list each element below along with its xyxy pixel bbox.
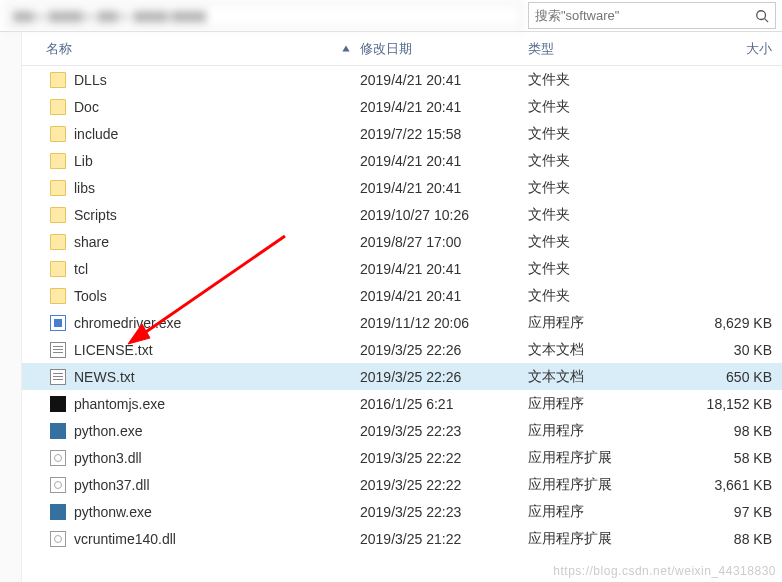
file-type: 应用程序 (528, 395, 678, 413)
black-icon (50, 396, 66, 412)
file-row[interactable]: share2019/8/27 17:00文件夹 (22, 228, 782, 255)
folder-icon (50, 234, 66, 250)
search-box[interactable] (528, 2, 776, 29)
folder-icon (50, 261, 66, 277)
file-date: 2019/4/21 20:41 (360, 261, 528, 277)
file-row[interactable]: python37.dll2019/3/25 22:22应用程序扩展3,661 K… (22, 471, 782, 498)
file-size: 650 KB (678, 369, 782, 385)
file-name: Scripts (74, 207, 117, 223)
svg-line-1 (765, 18, 769, 22)
file-row[interactable]: phantomjs.exe2016/1/25 6:21应用程序18,152 KB (22, 390, 782, 417)
py-icon (50, 504, 66, 520)
dll-icon (50, 477, 66, 493)
file-row[interactable]: tcl2019/4/21 20:41文件夹 (22, 255, 782, 282)
txt-icon (50, 342, 66, 358)
file-size: 98 KB (678, 423, 782, 439)
file-date: 2019/8/27 17:00 (360, 234, 528, 250)
header-date[interactable]: 修改日期 (360, 40, 528, 58)
search-input[interactable] (535, 8, 755, 23)
file-date: 2019/3/25 22:26 (360, 342, 528, 358)
file-size: 88 KB (678, 531, 782, 547)
file-date: 2019/10/27 10:26 (360, 207, 528, 223)
column-headers: 名称 修改日期 类型 大小 (22, 32, 782, 66)
file-name: chromedriver.exe (74, 315, 181, 331)
file-size: 97 KB (678, 504, 782, 520)
nav-sidebar (0, 32, 22, 582)
file-name: tcl (74, 261, 88, 277)
file-type: 文件夹 (528, 125, 678, 143)
txt-icon (50, 369, 66, 385)
file-row[interactable]: include2019/7/22 15:58文件夹 (22, 120, 782, 147)
folder-icon (50, 153, 66, 169)
header-size[interactable]: 大小 (678, 40, 782, 58)
file-row[interactable]: DLLs2019/4/21 20:41文件夹 (22, 66, 782, 93)
file-size: 58 KB (678, 450, 782, 466)
file-name: vcruntime140.dll (74, 531, 176, 547)
file-name: Lib (74, 153, 93, 169)
file-row[interactable]: LICENSE.txt2019/3/25 22:26文本文档30 KB (22, 336, 782, 363)
file-type: 应用程序 (528, 503, 678, 521)
folder-icon (50, 207, 66, 223)
file-name: Doc (74, 99, 99, 115)
file-name: share (74, 234, 109, 250)
file-date: 2019/3/25 21:22 (360, 531, 528, 547)
file-type: 文件夹 (528, 98, 678, 116)
file-type: 文件夹 (528, 260, 678, 278)
file-row[interactable]: Scripts2019/10/27 10:26文件夹 (22, 201, 782, 228)
file-row[interactable]: python.exe2019/3/25 22:23应用程序98 KB (22, 417, 782, 444)
search-icon (755, 9, 769, 23)
file-date: 2019/4/21 20:41 (360, 180, 528, 196)
file-date: 2019/4/21 20:41 (360, 153, 528, 169)
file-size: 18,152 KB (678, 396, 782, 412)
file-row[interactable]: vcruntime140.dll2019/3/25 21:22应用程序扩展88 … (22, 525, 782, 552)
file-type: 文件夹 (528, 233, 678, 251)
file-row[interactable]: libs2019/4/21 20:41文件夹 (22, 174, 782, 201)
file-size: 30 KB (678, 342, 782, 358)
file-row[interactable]: python3.dll2019/3/25 22:22应用程序扩展58 KB (22, 444, 782, 471)
file-name: pythonw.exe (74, 504, 152, 520)
file-type: 文件夹 (528, 152, 678, 170)
file-date: 2019/11/12 20:06 (360, 315, 528, 331)
file-row[interactable]: Tools2019/4/21 20:41文件夹 (22, 282, 782, 309)
sort-asc-icon (340, 43, 352, 55)
file-date: 2019/3/25 22:22 (360, 477, 528, 493)
folder-icon (50, 180, 66, 196)
py-icon (50, 423, 66, 439)
header-name-label: 名称 (46, 40, 72, 58)
file-row[interactable]: pythonw.exe2019/3/25 22:23应用程序97 KB (22, 498, 782, 525)
file-size: 8,629 KB (678, 315, 782, 331)
file-row[interactable]: NEWS.txt2019/3/25 22:26文本文档650 KB (22, 363, 782, 390)
file-type: 文本文档 (528, 341, 678, 359)
folder-icon (50, 126, 66, 142)
dll-icon (50, 450, 66, 466)
breadcrumb[interactable]: ▮▮▮ ▸ ▮▮▮▮▮ ▸ ▮▮▮ ▸ ▮▮▮▮▮ ▮▮▮▮▮ (6, 2, 522, 29)
file-name: phantomjs.exe (74, 396, 165, 412)
file-type: 文件夹 (528, 287, 678, 305)
file-type: 文本文档 (528, 368, 678, 386)
file-type: 文件夹 (528, 206, 678, 224)
file-row[interactable]: Doc2019/4/21 20:41文件夹 (22, 93, 782, 120)
file-date: 2019/4/21 20:41 (360, 99, 528, 115)
dll-icon (50, 531, 66, 547)
header-type[interactable]: 类型 (528, 40, 678, 58)
file-size: 3,661 KB (678, 477, 782, 493)
file-list: DLLs2019/4/21 20:41文件夹Doc2019/4/21 20:41… (22, 66, 782, 582)
file-row[interactable]: Lib2019/4/21 20:41文件夹 (22, 147, 782, 174)
file-date: 2019/7/22 15:58 (360, 126, 528, 142)
watermark: https://blog.csdn.net/weixin_44318830 (553, 564, 776, 578)
file-type: 应用程序扩展 (528, 530, 678, 548)
file-name: python.exe (74, 423, 143, 439)
file-row[interactable]: chromedriver.exe2019/11/12 20:06应用程序8,62… (22, 309, 782, 336)
svg-point-0 (757, 10, 766, 19)
file-name: Tools (74, 288, 107, 304)
folder-icon (50, 99, 66, 115)
file-date: 2019/4/21 20:41 (360, 72, 528, 88)
file-name: NEWS.txt (74, 369, 135, 385)
header-name[interactable]: 名称 (22, 40, 360, 58)
file-type: 文件夹 (528, 179, 678, 197)
file-pane: 名称 修改日期 类型 大小 DLLs2019/4/21 20:41文件夹Doc2… (22, 32, 782, 582)
file-name: include (74, 126, 118, 142)
folder-icon (50, 288, 66, 304)
file-date: 2019/3/25 22:26 (360, 369, 528, 385)
file-date: 2019/4/21 20:41 (360, 288, 528, 304)
